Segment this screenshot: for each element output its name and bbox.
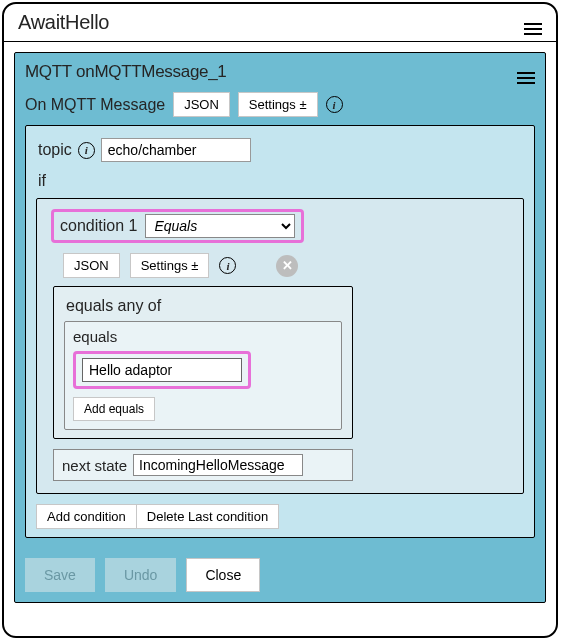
info-icon[interactable]: i — [326, 96, 343, 113]
next-state-row: next state — [53, 449, 353, 481]
settings-button[interactable]: Settings ± — [130, 253, 210, 278]
info-icon[interactable]: i — [78, 142, 95, 159]
next-state-label: next state — [62, 457, 127, 474]
add-condition-button[interactable]: Add condition — [36, 504, 137, 529]
equals-value-input[interactable] — [82, 358, 242, 382]
mqtt-header: MQTT onMQTTMessage_1 — [15, 53, 545, 88]
close-icon[interactable]: ✕ — [276, 255, 298, 277]
json-button[interactable]: JSON — [63, 253, 120, 278]
if-label: if — [36, 166, 524, 198]
mqtt-hamburger-icon[interactable] — [517, 59, 535, 84]
undo-button[interactable]: Undo — [105, 558, 176, 592]
topic-label: topic — [38, 141, 72, 159]
equals-value-highlight — [73, 351, 251, 389]
add-equals-button[interactable]: Add equals — [73, 397, 155, 421]
condition-panel: condition 1 Equals JSON Settings ± i ✕ e… — [36, 198, 524, 494]
condition-op-select[interactable]: Equals — [145, 214, 295, 238]
window-panel: AwaitHello MQTT onMQTTMessage_1 On MQTT … — [2, 2, 558, 638]
equals-any-label: equals any of — [64, 295, 342, 321]
mqtt-title: MQTT onMQTTMessage_1 — [25, 62, 227, 82]
info-icon[interactable]: i — [219, 257, 236, 274]
save-button[interactable]: Save — [25, 558, 95, 592]
equals-any-panel: equals any of equals Add equals — [53, 286, 353, 439]
condition-controls: JSON Settings ± i ✕ — [47, 249, 513, 286]
condition-label: condition 1 — [60, 217, 137, 235]
topic-row: topic i — [36, 134, 524, 166]
inner-panel: topic i if condition 1 Equals JSON Setti… — [25, 125, 535, 538]
hamburger-icon[interactable] — [524, 10, 542, 35]
condition-action-row: Add condition Delete Last condition — [36, 504, 524, 529]
footer-buttons: Save Undo Close — [15, 548, 545, 602]
mqtt-row-label: On MQTT Message — [25, 96, 165, 114]
equals-inner: equals Add equals — [64, 321, 342, 430]
mqtt-row-controls: On MQTT Message JSON Settings ± i — [15, 88, 545, 125]
close-button[interactable]: Close — [186, 558, 260, 592]
equals-label: equals — [73, 328, 333, 349]
titlebar: AwaitHello — [4, 4, 556, 42]
settings-button[interactable]: Settings ± — [238, 92, 318, 117]
json-button[interactable]: JSON — [173, 92, 230, 117]
next-state-input[interactable] — [133, 454, 303, 476]
window-title: AwaitHello — [18, 11, 109, 34]
condition-head: condition 1 Equals — [51, 209, 304, 243]
mqtt-panel: MQTT onMQTTMessage_1 On MQTT Message JSO… — [14, 52, 546, 603]
delete-condition-button[interactable]: Delete Last condition — [137, 504, 279, 529]
topic-input[interactable] — [101, 138, 251, 162]
